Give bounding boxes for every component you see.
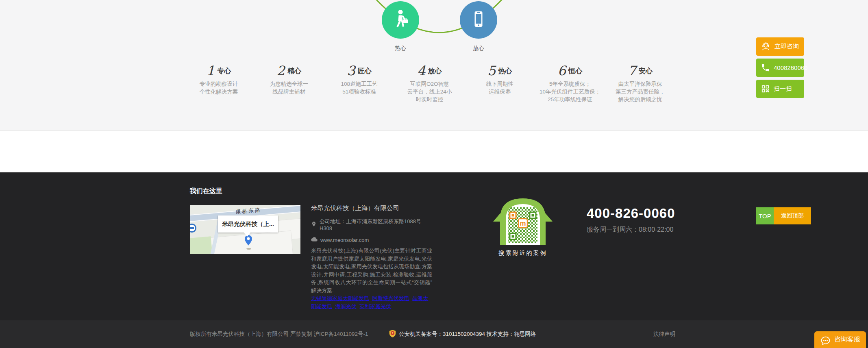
feature-number: 3 [347,64,355,77]
feature-title: 精心 [287,66,301,77]
company-website-row: www.meonsolar.com [311,237,432,243]
feature-title: 专心 [217,66,231,77]
floating-button-group: 立即咨询4008260060扫一扫 [756,37,804,98]
copyright-text: 版权所有米昂光伏科技（上海）有限公司 严禁复制 沪ICP备14011092号-1 [190,320,368,348]
seo-link[interactable]: 无锡尚德家庭太阳能发电 [311,295,369,301]
company-address-row: 公司地址：上海市浦东新区康桥东路1088号H308 [311,218,432,231]
process-node-reassured [460,1,497,39]
police-record-row: 公安机关备案号：31011502004394 技术支持：翱思网络 [389,320,536,348]
company-description: 米昂光伏科技(上海)有限公司(光伏)主要针对工商业和家庭用户提供家庭太阳能发电,… [311,247,432,294]
company-address: 公司地址：上海市浦东新区康桥东路1088号H308 [320,218,432,231]
chat-bubble-icon [820,335,831,348]
feature-number: 5 [487,64,496,77]
seo-links: 无锡尚德家庭太阳能发电 阿斯特光伏发电 晶澳太阳能发电 海润光伏 英利家庭光伏 [311,294,432,310]
company-website-link[interactable]: www.meonsolar.com [320,237,369,243]
cloud-icon [311,237,318,243]
page: 热心 放心 1专心专业的勘察设计个性化解决方案2精心为您精选全球一线品牌主辅材3… [0,0,868,348]
process-node-label: 放心 [460,45,497,52]
phone-icon [761,63,770,72]
police-badge-icon [389,330,396,339]
back-to-top-button[interactable]: TOP 返回顶部 [756,207,811,224]
feature-description-line: 第三方产品责任险， [598,88,683,96]
feature-description-line: 解决您的后顾之忧 [598,96,683,103]
float-button-phone[interactable]: 4008260060 [756,59,804,77]
metro-station-icon [190,224,196,233]
float-button-label: 4008260060 [774,64,807,71]
headset-icon [761,41,771,52]
process-curve [342,0,537,57]
feature-number: 6 [558,64,566,77]
feature-number: 4 [417,64,425,77]
qr-logo-letter: m [520,220,526,227]
process-node-warmheart [382,1,419,39]
feature-number: 7 [628,64,636,77]
footer-heading: 我们在这里 [190,187,222,196]
advantages-section: 热心 放心 1专心专业的勘察设计个性化解决方案2精心为您精选全球一线品牌主辅材3… [0,0,868,131]
float-button-scan[interactable]: 扫一扫 [756,80,804,98]
feature-number: 2 [277,64,285,77]
service-hours: 服务周一到周六：08:00-22:00 [587,226,675,234]
feature-title: 放心 [428,66,442,77]
feature-description: 由太平洋保险承保第三方产品责任险，解决您的后顾之忧 [598,80,683,103]
qrcode-icon [761,84,770,94]
police-record-text: 公安机关备案号：31011502004394 技术支持：翱思网络 [399,331,536,338]
feature-title: 匠心 [358,66,372,77]
float-button-consult[interactable]: 立即咨询 [756,37,804,56]
back-to-top-label: 返回顶部 [774,207,811,224]
location-map[interactable]: 康桥东路 米昂光伏科技（上... [190,205,300,254]
feature-description-line: 时实时监控 [387,96,472,103]
hotline-number: 400-826-0060 [587,206,675,221]
feature-number: 1 [207,64,215,77]
qr-block: m 搜索附近的案例 [490,196,555,257]
qr-caption: 搜索附近的案例 [490,250,555,257]
customer-service-button[interactable]: 咨询客服 [814,331,866,348]
legal-notice-link[interactable]: 法律声明 [653,320,675,348]
float-button-label: 立即咨询 [774,43,799,50]
map-pin-shadow [246,248,251,250]
process-node-label: 热心 [382,45,419,52]
bottom-bar: 版权所有米昂光伏科技（上海）有限公司 严禁复制 沪ICP备14011092号-1… [0,320,868,348]
feature-column: 7安心由太平洋保险承保第三方产品责任险，解决您的后顾之忧 [598,62,683,103]
feature-description-line: 由太平洋保险承保 [598,80,683,88]
smartphone-icon [468,9,489,31]
walking-salesman-icon [390,9,411,31]
seo-link[interactable]: 阿斯特光伏发电 [372,295,409,301]
company-name: 米昂光伏科技（上海）有限公司 [311,204,432,213]
customer-service-label: 咨询客服 [834,335,860,344]
company-info: 米昂光伏科技（上海）有限公司 公司地址：上海市浦东新区康桥东路1088号H308… [311,204,432,310]
seo-link[interactable]: 英利家庭光伏 [359,303,391,309]
location-pin-icon [311,221,317,228]
float-button-label: 扫一扫 [774,85,792,93]
footer-section: 我们在这里 康桥东路 米昂光伏科技（上... 米昂光伏科技（上海）有限公司 [0,172,868,320]
back-to-top-abbr: TOP [756,207,774,224]
feature-title: 安心 [639,66,653,77]
feature-title: 恒心 [568,66,582,77]
map-tooltip[interactable]: 米昂光伏科技（上... [218,215,278,233]
map-green-area [190,236,213,254]
feature-title: 热心 [498,66,512,77]
hotline-block: 400-826-0060 服务周一到周六：08:00-22:00 [587,206,675,234]
house-qr-code: m [492,196,553,246]
seo-link[interactable]: 海润光伏 [335,303,357,309]
